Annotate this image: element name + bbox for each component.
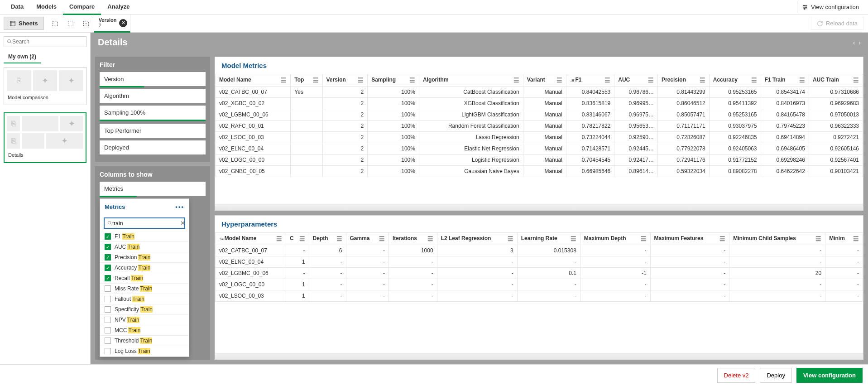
col-header[interactable]: Depth☰: [309, 233, 346, 245]
metric-option[interactable]: ✓F1 Train: [100, 232, 189, 242]
table-row[interactable]: v02_LSOC_00_032100%Lasso RegressionManua…: [216, 132, 863, 143]
delete-button[interactable]: Delete v2: [717, 368, 756, 383]
column-menu-icon[interactable]: ☰: [299, 235, 305, 242]
checkbox-icon[interactable]: [105, 317, 111, 323]
column-menu-icon[interactable]: ☰: [815, 235, 821, 242]
nav-models[interactable]: Models: [30, 0, 63, 15]
col-header[interactable]: Minimum Child Samples☰: [729, 233, 825, 245]
column-menu-icon[interactable]: ☰: [751, 77, 757, 84]
col-header[interactable]: Variant☰: [523, 74, 566, 87]
col-header[interactable]: Maximum Features☰: [650, 233, 729, 245]
hyper-table[interactable]: ↑≡Model Name☰C☰Depth☰Gamma☰Iterations☰L2…: [215, 232, 863, 302]
column-menu-icon[interactable]: ☰: [508, 235, 513, 242]
col-header[interactable]: Maximum Depth☰: [580, 233, 650, 245]
metric-option[interactable]: MCC Train: [100, 325, 189, 336]
metric-option[interactable]: ✓AUC Train: [100, 242, 189, 252]
checkbox-icon[interactable]: [105, 327, 111, 333]
col-header[interactable]: ↓#F1☰: [566, 74, 614, 87]
checkbox-icon[interactable]: [105, 296, 111, 302]
table-row[interactable]: v02_GNBC_00_052100%Gaussian Naive BayesM…: [216, 166, 863, 177]
table-row[interactable]: v02_LOGC_00_001---------: [216, 279, 863, 290]
table-row[interactable]: v02_XGBC_00_022100%XGBoost Classificatio…: [216, 98, 863, 109]
metric-option[interactable]: ✓Recall Train: [100, 273, 189, 284]
thumb-details[interactable]: ⎘ ✦ ⎘ ✦ Details: [4, 112, 86, 163]
column-menu-icon[interactable]: ☰: [799, 77, 805, 84]
col-header[interactable]: ↑≡Model Name☰: [216, 233, 286, 245]
col-header[interactable]: Gamma☰: [346, 233, 388, 245]
metric-option[interactable]: Miss Rate Train: [100, 284, 189, 294]
metric-option[interactable]: Fallout Train: [100, 294, 189, 304]
column-menu-icon[interactable]: ☰: [379, 235, 385, 242]
col-header[interactable]: Sampling☰: [368, 74, 419, 87]
table-row[interactable]: v02_LGBMC_00_062100%LightGBM Classificat…: [216, 109, 863, 121]
column-menu-icon[interactable]: ☰: [853, 235, 859, 242]
column-menu-icon[interactable]: ☰: [700, 77, 705, 84]
clear-icon[interactable]: ✕: [180, 220, 185, 227]
view-config-top[interactable]: View configuration: [797, 1, 863, 13]
nav-compare[interactable]: Compare: [63, 0, 101, 15]
more-icon[interactable]: •••: [175, 203, 184, 210]
metric-option[interactable]: NPV Train: [100, 315, 189, 325]
col-header[interactable]: Algorithm☰: [419, 74, 523, 87]
table-row[interactable]: v02_LOGC_00_002100%Logistic RegressionMa…: [216, 154, 863, 166]
myown-tab[interactable]: My own (2): [4, 51, 41, 63]
table-row[interactable]: v02_LSOC_00_031---------: [216, 290, 863, 302]
chevron-left-icon[interactable]: ‹: [853, 39, 855, 46]
checkbox-icon[interactable]: ✓: [105, 244, 111, 250]
metric-option[interactable]: ✓Accuracy Train: [100, 263, 189, 273]
checkbox-icon[interactable]: [105, 338, 111, 344]
metric-option[interactable]: Threshold Train: [100, 336, 189, 346]
table-row[interactable]: v02_ELNC_00_041---------: [216, 256, 863, 268]
sheets-button[interactable]: Sheets: [4, 17, 44, 30]
col-header[interactable]: Minim☰: [825, 233, 863, 245]
col-header[interactable]: Version☰: [322, 74, 368, 87]
col-header[interactable]: F1 Train☰: [761, 74, 809, 87]
col-header[interactable]: Learning Rate☰: [517, 233, 580, 245]
column-menu-icon[interactable]: ☰: [604, 77, 610, 84]
h-scrollbar[interactable]: [215, 353, 863, 359]
column-menu-icon[interactable]: ☰: [409, 77, 415, 84]
checkbox-icon[interactable]: ✓: [105, 275, 111, 281]
column-menu-icon[interactable]: ☰: [648, 77, 654, 84]
column-menu-icon[interactable]: ☰: [281, 77, 287, 84]
table-row[interactable]: v02_CATBC_00_07-6-100030.015308----: [216, 245, 863, 256]
table-row[interactable]: v02_RAFC_00_012100%Random Forest Classif…: [216, 121, 863, 132]
cols-metrics[interactable]: Metrics: [100, 182, 206, 196]
h-scrollbar[interactable]: [215, 204, 863, 210]
checkbox-icon[interactable]: [105, 348, 111, 354]
col-header[interactable]: AUC Train☰: [809, 74, 863, 87]
deploy-button[interactable]: Deploy: [760, 368, 791, 383]
select-tool-1[interactable]: [49, 17, 62, 30]
thumb-model-comparison[interactable]: ⎘ ✦ ✦ Model comparison: [4, 67, 86, 105]
column-menu-icon[interactable]: ☰: [358, 77, 364, 84]
metric-option[interactable]: Specificity Train: [100, 304, 189, 315]
col-header[interactable]: Model Name☰: [216, 74, 291, 87]
col-header[interactable]: Precision☰: [658, 74, 710, 87]
filter-top-performer[interactable]: Top Performer: [100, 124, 206, 138]
table-row[interactable]: v02_ELNC_00_042100%Elastic Net Regressio…: [216, 143, 863, 154]
reload-button[interactable]: Reload data: [811, 17, 863, 30]
table-row[interactable]: v02_LGBMC_00_06-----0.1-1-20-: [216, 268, 863, 279]
filter-version[interactable]: Version: [100, 72, 206, 86]
column-menu-icon[interactable]: ☰: [276, 235, 282, 242]
col-header[interactable]: AUC☰: [614, 74, 658, 87]
column-menu-icon[interactable]: ☰: [427, 235, 433, 242]
chevron-right-icon[interactable]: ›: [858, 39, 861, 46]
col-header[interactable]: Accuracy☰: [709, 74, 761, 87]
column-menu-icon[interactable]: ☰: [571, 235, 576, 242]
select-tool-3[interactable]: [80, 17, 92, 30]
metric-option[interactable]: Log Loss Train: [100, 346, 189, 357]
metrics-table[interactable]: Model Name☰Top☰Version☰Sampling☰Algorith…: [215, 74, 863, 177]
filter-algorithm[interactable]: Algorithm: [100, 89, 206, 103]
chip-close-icon[interactable]: ✕: [119, 19, 127, 27]
sidebar-search-input[interactable]: [12, 39, 83, 45]
checkbox-icon[interactable]: ✓: [105, 233, 111, 240]
column-menu-icon[interactable]: ☰: [513, 77, 519, 84]
column-menu-icon[interactable]: ☰: [313, 77, 319, 84]
column-menu-icon[interactable]: ☰: [641, 235, 647, 242]
col-header[interactable]: C☰: [286, 233, 309, 245]
column-menu-icon[interactable]: ☰: [853, 77, 859, 84]
filter-sampling-100-[interactable]: Sampling 100%: [100, 106, 206, 121]
view-config-button[interactable]: View configuration: [796, 368, 863, 383]
select-tool-2[interactable]: [64, 17, 77, 30]
